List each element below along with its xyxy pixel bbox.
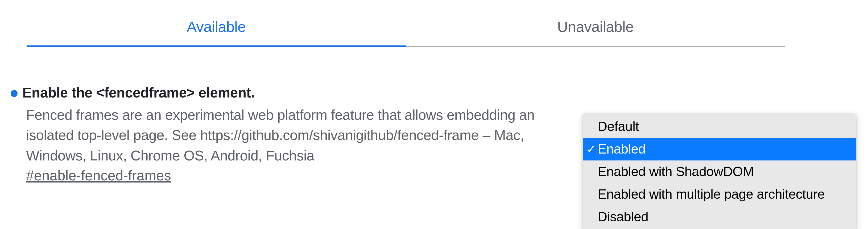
- flag-title-row: Enable the <fencedframe> element.: [11, 84, 569, 101]
- flag-dropdown-menu[interactable]: Default ✓ Enabled Enabled with ShadowDOM…: [583, 113, 856, 229]
- dropdown-option-default[interactable]: Default: [583, 115, 856, 138]
- modified-dot-icon: [11, 90, 18, 97]
- flag-hash-link[interactable]: #enable-fenced-frames: [26, 167, 171, 184]
- dropdown-option-shadowdom[interactable]: Enabled with ShadowDOM: [583, 160, 856, 183]
- flag-title: Enable the <fencedframe> element.: [22, 84, 255, 101]
- tabs: Available Unavailable: [27, 11, 785, 47]
- dropdown-option-disabled[interactable]: Disabled: [583, 205, 856, 228]
- dropdown-option-label: Enabled: [598, 142, 646, 156]
- flag-content: Enable the <fencedframe> element. Fenced…: [11, 84, 569, 184]
- tab-unavailable[interactable]: Unavailable: [406, 11, 785, 47]
- dropdown-option-multipage[interactable]: Enabled with multiple page architecture: [583, 183, 856, 205]
- flag-description: Fenced frames are an experimental web pl…: [26, 105, 569, 166]
- dropdown-option-enabled[interactable]: ✓ Enabled: [583, 138, 856, 160]
- tab-available[interactable]: Available: [27, 11, 406, 47]
- checkmark-icon: ✓: [586, 144, 596, 155]
